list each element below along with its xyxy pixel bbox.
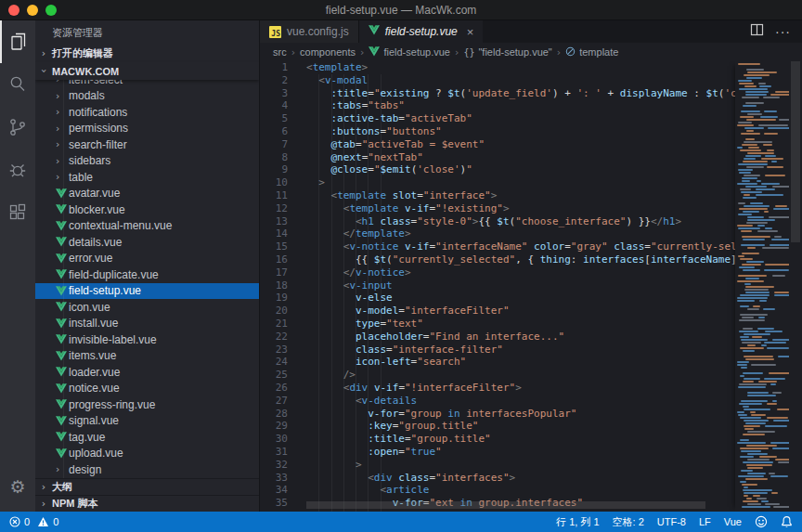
code-line-9[interactable]: 9 @close="$emit('close')" xyxy=(260,163,802,176)
notifications-bell-icon[interactable] xyxy=(781,515,793,528)
tab-field-setup.vue[interactable]: field-setup.vue× xyxy=(359,20,484,43)
tree-item-item-select[interactable]: ›item-select xyxy=(35,80,259,88)
tree-item-search-filter[interactable]: ›search-filter xyxy=(35,136,259,153)
tree-item-items.vue[interactable]: items.vue xyxy=(35,348,259,365)
code-line-13[interactable]: 13 <h1 class="style-0">{{ $t("choose_int… xyxy=(260,215,802,228)
minimap-line xyxy=(740,188,751,190)
tree-item-invisible-label.vue[interactable]: invisible-label.vue xyxy=(35,331,259,348)
code-line-24[interactable]: 24 icon-left="search" xyxy=(260,356,802,369)
split-editor-icon[interactable] xyxy=(750,23,764,40)
horizontal-scrollbar[interactable] xyxy=(306,501,705,509)
tree-item-details.vue[interactable]: details.vue xyxy=(35,234,259,251)
code-line-25[interactable]: 25 /> xyxy=(260,369,802,382)
search-icon[interactable] xyxy=(0,63,35,106)
code-line-23[interactable]: 23 class="interface-filter" xyxy=(260,344,802,357)
encoding-setting[interactable]: UTF-8 xyxy=(657,516,686,527)
tree-item-tag.vue[interactable]: tag.vue xyxy=(35,429,259,446)
breadcrumb-item-field-setupvue[interactable]: {}"field-setup.vue" xyxy=(463,46,551,58)
tree-item-field-duplicate.vue[interactable]: field-duplicate.vue xyxy=(35,266,259,283)
tree-item-contextual-menu.vue[interactable]: contextual-menu.vue xyxy=(35,218,259,235)
code-line-5[interactable]: 5 :active-tab="activeTab" xyxy=(260,112,802,125)
tree-item-permissions[interactable]: ›permissions xyxy=(35,121,259,137)
code-line-16[interactable]: 16 {{ $t("currently_selected", { thing: … xyxy=(260,253,802,266)
zoom-window-button[interactable] xyxy=(45,5,57,16)
code-line-14[interactable]: 14 </template> xyxy=(260,227,802,240)
code-line-21[interactable]: 21 type="text" xyxy=(260,318,802,331)
minimap-line xyxy=(759,85,772,87)
debug-icon[interactable] xyxy=(0,149,35,191)
code-line-20[interactable]: 20 v-model="interfaceFilter" xyxy=(260,305,802,318)
code-line-1[interactable]: 1<template> xyxy=(260,61,802,74)
settings-gear-icon[interactable]: ⚙ xyxy=(0,465,35,508)
minimize-window-button[interactable] xyxy=(27,5,38,16)
tree-item-install.vue[interactable]: install.vue xyxy=(35,316,259,332)
close-icon[interactable]: × xyxy=(467,26,474,38)
cursor-position[interactable]: 行 1, 列 1 xyxy=(556,515,599,529)
code-line-30[interactable]: 30 :title="group.title" xyxy=(260,433,802,446)
tree-item-events[interactable]: ›events xyxy=(35,478,259,479)
tree-item-design[interactable]: ›design xyxy=(35,461,259,478)
feedback-smiley-icon[interactable] xyxy=(755,515,768,528)
language-mode[interactable]: Vue xyxy=(724,516,742,527)
code-line-29[interactable]: 29 :key="group.title" xyxy=(260,420,802,433)
open-editors-section[interactable]: › 打开的编辑器 xyxy=(35,45,259,62)
breadcrumb-item-components[interactable]: components xyxy=(300,46,356,58)
breadcrumb-item-template[interactable]: template xyxy=(565,46,618,58)
tree-item-blocker.vue[interactable]: blocker.vue xyxy=(35,201,259,218)
minimap-line xyxy=(764,133,778,135)
problems-indicator[interactable]: 0 0 xyxy=(9,516,58,527)
outline-section[interactable]: › 大纲 xyxy=(35,478,259,495)
vertical-scrollbar[interactable] xyxy=(789,61,802,512)
minimap[interactable] xyxy=(735,61,789,512)
tree-item-progress-ring.vue[interactable]: progress-ring.vue xyxy=(35,396,259,413)
code-line-33[interactable]: 33 <div class="interfaces"> xyxy=(260,472,802,485)
code-line-19[interactable]: 19 v-else xyxy=(260,292,802,305)
code-line-27[interactable]: 27 <v-details xyxy=(260,395,802,408)
tree-item-avatar.vue[interactable]: avatar.vue xyxy=(35,186,259,202)
tree-item-upload.vue[interactable]: upload.vue xyxy=(35,446,259,462)
code-line-32[interactable]: 32 > xyxy=(260,459,802,472)
tree-item-icon.vue[interactable]: icon.vue xyxy=(35,299,259,316)
code-line-22[interactable]: 22 placeholder="Find an interface..." xyxy=(260,331,802,344)
code-line-6[interactable]: 6 :buttons="buttons" xyxy=(260,125,802,138)
code-line-28[interactable]: 28 v-for="group in interfacesPopular" xyxy=(260,408,802,421)
tree-item-sidebars[interactable]: ›sidebars xyxy=(35,153,259,170)
code-line-15[interactable]: 15 <v-notice v-if="interfaceName" color=… xyxy=(260,240,802,253)
code-line-12[interactable]: 12 <template v-if="!existing"> xyxy=(260,202,802,215)
line-number: 22 xyxy=(260,331,288,344)
close-window-button[interactable] xyxy=(8,5,19,16)
code-line-8[interactable]: 8 @next="nextTab" xyxy=(260,151,802,164)
tab-vue.config.js[interactable]: JSvue.config.js xyxy=(260,20,359,43)
npm-scripts-section[interactable]: › NPM 脚本 xyxy=(35,495,259,512)
tree-item-field-setup.vue[interactable]: field-setup.vue xyxy=(35,283,259,300)
breadcrumb-item-src[interactable]: src xyxy=(273,46,287,58)
code-line-10[interactable]: 10 > xyxy=(260,176,802,189)
code-line-18[interactable]: 18 <v-input xyxy=(260,279,802,292)
code-line-34[interactable]: 34 <article xyxy=(260,484,802,497)
explorer-icon[interactable] xyxy=(0,20,35,63)
code-line-11[interactable]: 11 <template slot="interface"> xyxy=(260,189,802,202)
workspace-section[interactable]: › MACWK.COM xyxy=(35,62,259,80)
source-control-icon[interactable] xyxy=(0,106,35,149)
code-line-26[interactable]: 26 <div v-if="!interfaceFilter"> xyxy=(260,382,802,395)
indentation-setting[interactable]: 空格: 2 xyxy=(613,515,644,529)
code-editor[interactable]: 1<template>2 <v-modal3 :title="existing … xyxy=(260,61,802,512)
code-line-7[interactable]: 7 @tab="activeTab = $event" xyxy=(260,138,802,151)
code-line-17[interactable]: 17 </v-notice> xyxy=(260,266,802,279)
tree-item-modals[interactable]: ›modals xyxy=(35,88,259,105)
tree-item-notice.vue[interactable]: notice.vue xyxy=(35,381,259,397)
code-line-4[interactable]: 4 :tabs="tabs" xyxy=(260,99,802,112)
tree-item-loader.vue[interactable]: loader.vue xyxy=(35,364,259,381)
tree-item-signal.vue[interactable]: signal.vue xyxy=(35,413,259,430)
tree-item-error.vue[interactable]: error.vue xyxy=(35,251,259,267)
chevron-right-icon: › xyxy=(35,498,52,510)
code-line-3[interactable]: 3 :title="existing ? $t('update_field') … xyxy=(260,87,802,100)
minimap-line xyxy=(738,227,760,229)
extensions-icon[interactable] xyxy=(0,191,35,234)
tree-item-notifications[interactable]: ›notifications xyxy=(35,104,259,121)
eol-setting[interactable]: LF xyxy=(699,516,711,527)
code-line-31[interactable]: 31 :open="true" xyxy=(260,446,802,459)
code-line-2[interactable]: 2 <v-modal xyxy=(260,74,802,87)
breadcrumb-item-field-setupvue[interactable]: field-setup.vue xyxy=(369,46,450,58)
tree-item-table[interactable]: ›table xyxy=(35,169,259,186)
